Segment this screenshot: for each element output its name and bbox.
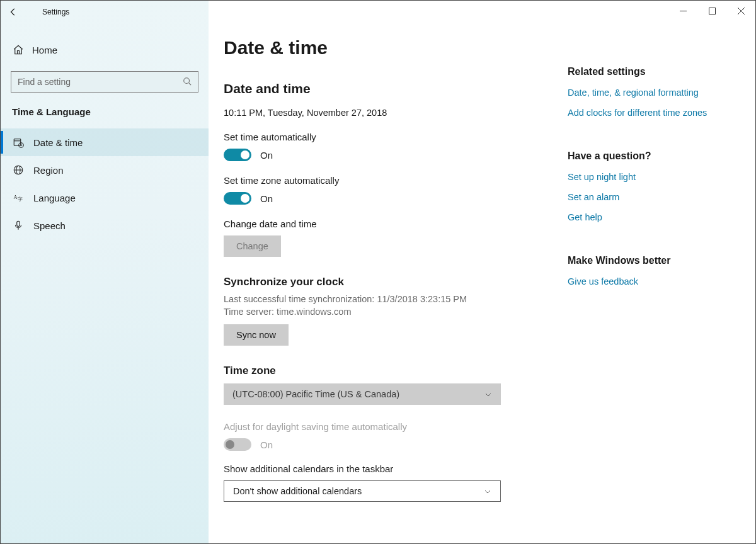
microphone-icon xyxy=(12,220,25,231)
sync-now-button[interactable]: Sync now xyxy=(224,324,289,346)
link-add-clocks[interactable]: Add clocks for different time zones xyxy=(568,108,755,118)
set-time-auto-label: Set time automatically xyxy=(224,132,561,142)
link-night-light[interactable]: Set up night light xyxy=(568,172,755,182)
time-zone-select: (UTC-08:00) Pacific Time (US & Canada) xyxy=(224,383,501,405)
chevron-down-icon xyxy=(484,487,491,495)
dst-value: On xyxy=(260,439,273,450)
set-tz-auto-label: Set time zone automatically xyxy=(224,175,561,186)
sidebar-item-date-time[interactable]: Date & time xyxy=(1,128,209,156)
sidebar-nav: Date & time Region A字 Language Speech xyxy=(1,128,209,239)
dst-label: Adjust for daylight saving time automati… xyxy=(224,421,561,432)
section-date-and-time: Date and time xyxy=(224,81,561,96)
svg-rect-10 xyxy=(17,221,20,226)
sidebar-item-speech[interactable]: Speech xyxy=(1,212,209,239)
content-column: Date & time Date and time 10:11 PM, Tues… xyxy=(209,1,561,543)
additional-calendars-label: Show additional calendars in the taskbar xyxy=(224,463,561,474)
search-box[interactable] xyxy=(11,71,198,93)
make-windows-better-heading: Make Windows better xyxy=(568,255,755,266)
sidebar-item-language[interactable]: A字 Language xyxy=(1,184,209,212)
close-button[interactable] xyxy=(726,1,755,21)
sidebar-home[interactable]: Home xyxy=(1,36,209,64)
set-time-auto-toggle[interactable] xyxy=(224,149,251,161)
page-title: Date & time xyxy=(224,37,561,59)
sidebar-item-label: Speech xyxy=(33,220,66,231)
sidebar-item-label: Language xyxy=(33,193,76,203)
sidebar-item-region[interactable]: Region xyxy=(1,156,209,184)
arrow-left-icon xyxy=(9,8,18,16)
link-set-alarm[interactable]: Set an alarm xyxy=(568,192,755,202)
set-tz-auto-toggle[interactable] xyxy=(224,192,251,205)
main: Date & time Date and time 10:11 PM, Tues… xyxy=(209,1,755,543)
svg-rect-13 xyxy=(709,8,715,14)
svg-rect-2 xyxy=(14,139,21,146)
chevron-down-icon xyxy=(484,390,492,398)
change-date-time-label: Change date and time xyxy=(224,218,561,229)
set-time-auto-value: On xyxy=(260,150,273,161)
minimize-button[interactable] xyxy=(668,1,697,21)
sync-last-text: Last successful time synchronization: 11… xyxy=(224,293,561,306)
svg-text:A: A xyxy=(14,195,18,200)
dst-toggle xyxy=(224,438,251,451)
app-title: Settings xyxy=(42,8,69,16)
settings-window: Settings Home Time & Language Date & xyxy=(0,0,756,544)
time-zone-value: (UTC-08:00) Pacific Time (US & Canada) xyxy=(232,389,399,399)
additional-calendars-value: Don't show additional calendars xyxy=(233,486,362,496)
sidebar-item-label: Date & time xyxy=(33,137,83,148)
right-column: Related settings Date, time, & regional … xyxy=(561,1,755,543)
maximize-button[interactable] xyxy=(697,1,726,21)
time-zone-label: Time zone xyxy=(224,365,561,377)
back-button[interactable] xyxy=(1,1,26,23)
sidebar-item-label: Region xyxy=(33,165,64,176)
additional-calendars-select[interactable]: Don't show additional calendars xyxy=(224,480,501,502)
set-tz-auto-value: On xyxy=(260,193,273,204)
sync-clock-heading: Synchronize your clock xyxy=(224,276,561,288)
link-get-help[interactable]: Get help xyxy=(568,212,755,222)
change-button[interactable]: Change xyxy=(224,235,281,257)
have-question-heading: Have a question? xyxy=(568,150,755,162)
svg-line-1 xyxy=(189,82,192,85)
search-icon xyxy=(183,77,192,88)
titlebar-left: Settings xyxy=(1,1,209,23)
link-date-time-regional[interactable]: Date, time, & regional formatting xyxy=(568,88,755,98)
sidebar: Settings Home Time & Language Date & xyxy=(1,1,209,543)
related-settings-heading: Related settings xyxy=(568,66,755,77)
search-wrap xyxy=(11,71,198,93)
calendar-clock-icon xyxy=(12,137,25,148)
language-icon: A字 xyxy=(12,192,25,203)
globe-icon xyxy=(12,164,25,176)
sync-server-text: Time server: time.windows.com xyxy=(224,306,561,319)
home-icon xyxy=(12,44,25,55)
current-datetime: 10:11 PM, Tuesday, November 27, 2018 xyxy=(224,108,561,118)
window-controls xyxy=(668,1,755,21)
search-input[interactable] xyxy=(18,77,183,87)
sidebar-section-title: Time & Language xyxy=(12,106,209,117)
link-give-feedback[interactable]: Give us feedback xyxy=(568,276,755,286)
svg-text:字: 字 xyxy=(18,196,23,202)
svg-point-0 xyxy=(184,77,190,83)
home-label: Home xyxy=(32,45,57,55)
